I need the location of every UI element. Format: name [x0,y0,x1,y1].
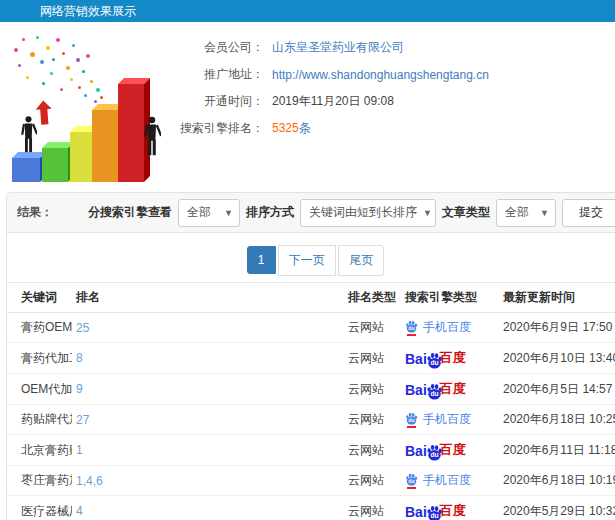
confetti-dot [56,38,60,42]
engine-cell: Baidu百度 [401,343,499,374]
confetti-dot [100,96,103,99]
mobile-baidu-paw-icon: du [405,412,418,428]
info-value-link[interactable]: 山东皇圣堂药业有限公司 [272,39,404,56]
info-value: 5325条 [272,120,311,137]
company-info-list: 会员公司：山东皇圣堂药业有限公司推广地址：http://www.shandong… [174,22,615,192]
baidu-logo-text: Bai [405,504,427,520]
info-label: 推广地址： [174,66,264,83]
page-current[interactable]: 1 [247,246,276,274]
baidu-logo-text: Bai [405,351,427,367]
baidu-logo-icon: Baidu百度 [405,349,466,367]
info-label: 会员公司： [174,39,264,56]
confetti-dot [84,94,87,97]
results-body: 1 下一页 尾页 关键词排名排名类型搜索引擎类型最新更新时间 膏药OEM25云网… [7,245,615,520]
rank-link[interactable]: 9 [76,382,83,396]
baidu-logo-cn: 百度 [440,441,466,459]
updated-cell: 2020年5月29日 10:32 [499,496,615,520]
updated-cell: 2020年6月18日 10:25 [499,405,615,435]
ranking-count: 5325 [272,121,299,135]
page-last[interactable]: 尾页 [338,245,384,276]
updated-cell: 2020年6月11日 11:18 [499,435,615,466]
confetti-dot [96,88,100,92]
info-row: 会员公司：山东皇圣堂药业有限公司 [174,34,615,61]
confetti-dot [46,46,50,50]
table-row: 枣庄膏药加工1,4,6云网站du手机百度2020年6月18日 10:19 [7,466,615,496]
page-next[interactable]: 下一页 [278,245,336,276]
table-row: 药贴牌代加工27云网站du手机百度2020年6月18日 10:25 [7,405,615,435]
svg-text:du: du [430,512,438,519]
engine-filter-label: 分搜索引擎查看 [88,204,172,221]
rank-link[interactable]: 8 [76,351,83,365]
info-row: 开通时间：2019年11月20日 09:08 [174,88,615,115]
confetti-dot [90,80,93,83]
mobile-baidu-badge: du手机百度 [405,411,471,428]
page-title: 网络营销效果展示 [40,4,136,18]
table-header-row: 关键词排名排名类型搜索引擎类型最新更新时间 [7,283,615,313]
updated-cell: 2020年6月18日 10:19 [499,466,615,496]
mobile-baidu-badge: du手机百度 [405,472,471,489]
column-header: 排名类型 [344,283,401,313]
confetti-dot [60,88,63,91]
column-header: 排名 [72,283,344,313]
sort-select[interactable]: 关键词由短到长排序 ▼ [300,199,436,227]
svg-text:du: du [408,478,414,484]
baidu-logo-cn: 百度 [440,502,466,520]
svg-text:du: du [430,359,438,366]
results-filter-bar: 结果： 分搜索引擎查看 全部 ▼ 排序方式 关键词由短到长排序 ▼ 文章类型 全… [7,193,615,233]
table-row: 北京膏药贴牌1云网站Baidu百度2020年6月11日 11:18 [7,435,615,466]
article-type-select[interactable]: 全部 ▼ [496,199,556,227]
info-row: 搜索引擎排名：5325条 [174,115,615,142]
keyword-cell: 膏药代加工 [7,343,72,374]
confetti-dot [82,70,85,73]
engine-cell: Baidu百度 [401,496,499,520]
confetti-dot [94,100,97,103]
engine-cell: Baidu百度 [401,435,499,466]
baidu-logo-cn: 百度 [440,349,466,367]
article-type-value: 全部 [505,204,529,221]
submit-button[interactable]: 提交 [562,199,615,227]
confetti-dot [36,36,39,39]
sort-label: 排序方式 [246,204,294,221]
baidu-logo-text: Bai [405,443,427,459]
rank-link[interactable]: 1 [76,443,83,457]
confetti-dot [26,76,29,79]
column-header: 搜索引擎类型 [401,283,499,313]
engine-cell: du手机百度 [401,466,499,496]
engine-filter-select[interactable]: 全部 ▼ [178,199,240,227]
confetti-dot [76,58,80,62]
rank-type-cell: 云网站 [344,435,401,466]
rank-link[interactable]: 27 [76,413,89,427]
baidu-logo-icon: Baidu百度 [405,441,466,459]
results-label: 结果： [17,204,53,221]
engine-filter-value: 全部 [187,204,211,221]
updated-cell: 2020年6月5日 14:57 [499,374,615,405]
mobile-baidu-label: 手机百度 [423,411,471,428]
confetti-dot [30,52,35,57]
table-row: 医疗器械厂家4云网站Baidu百度2020年5月29日 10:32 [7,496,615,520]
info-value-link[interactable]: http://www.shandonghuangshengtang.cn [272,68,489,82]
rankings-table: 关键词排名排名类型搜索引擎类型最新更新时间 膏药OEM25云网站du手机百度20… [7,282,615,520]
up-arrow-icon [35,99,53,125]
mobile-baidu-badge: du手机百度 [405,319,471,336]
engine-cell: du手机百度 [401,405,499,435]
table-row: 膏药代加工8云网站Baidu百度2020年6月10日 13:40 [7,343,615,374]
company-info-section: 会员公司：山东皇圣堂药业有限公司推广地址：http://www.shandong… [0,22,615,192]
filter-controls: 分搜索引擎查看 全部 ▼ 排序方式 关键词由短到长排序 ▼ 文章类型 全部 ▼ … [88,199,615,227]
rank-link[interactable]: 25 [76,321,89,335]
chevron-down-icon: ▼ [540,208,549,218]
mobile-baidu-label: 手机百度 [423,319,471,336]
keyword-cell: 膏药OEM [7,313,72,343]
ranking-count-unit: 条 [299,121,311,135]
baidu-logo-cn: 百度 [440,380,466,398]
rank-link[interactable]: 1,4,6 [76,474,103,488]
rank-type-cell: 云网站 [344,405,401,435]
engine-cell: Baidu百度 [401,374,499,405]
rank-link[interactable]: 4 [76,504,83,518]
keyword-cell: 医疗器械厂家 [7,496,72,520]
mobile-baidu-paw-icon: du [405,320,418,336]
promo-bar [92,110,118,182]
rank-type-cell: 云网站 [344,496,401,520]
chevron-down-icon: ▼ [423,208,432,218]
svg-text:du: du [430,451,438,458]
confetti-dot [40,60,44,64]
